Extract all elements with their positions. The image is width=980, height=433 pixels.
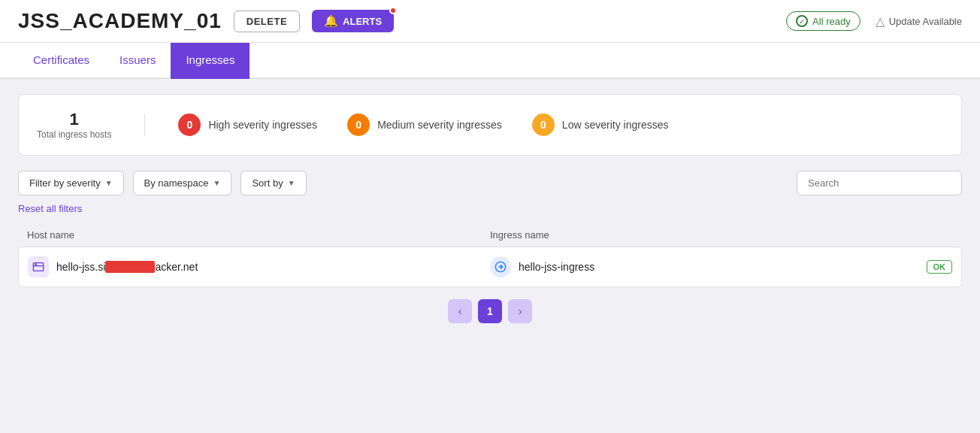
search-input[interactable] xyxy=(797,171,962,195)
ingress-cell: hello-jss-ingress OK xyxy=(490,256,952,277)
host-name: hello-jss.si acker.net xyxy=(56,261,198,273)
check-circle-icon: ✓ xyxy=(796,15,808,27)
low-severity-badge: 0 xyxy=(532,114,555,136)
ingress-name: hello-jss-ingress xyxy=(519,261,594,273)
total-label: Total ingress hosts xyxy=(37,129,111,140)
bell-icon: 🔔 xyxy=(324,14,338,28)
high-severity-item: 0 High severity ingresses xyxy=(178,114,317,136)
pagination: ‹ 1 › xyxy=(18,299,962,323)
divider xyxy=(144,114,145,136)
filters-row: Filter by severity ▼ By namespace ▼ Sort… xyxy=(18,171,962,195)
alert-badge xyxy=(389,7,397,14)
host-icon xyxy=(28,256,49,277)
medium-severity-badge: 0 xyxy=(347,114,370,136)
host-cell: hello-jss.si acker.net xyxy=(28,256,490,277)
next-page-button[interactable]: › xyxy=(508,299,532,323)
update-available-status: △ Update Available xyxy=(876,14,962,29)
chevron-down-icon: ▼ xyxy=(105,179,113,187)
stats-card: 1 Total ingress hosts 0 High severity in… xyxy=(18,94,962,156)
triangle-icon: △ xyxy=(876,14,885,29)
low-severity-item: 0 Low severity ingresses xyxy=(532,114,669,136)
tabs-bar: Certificates Issuers Ingresses xyxy=(0,43,980,79)
medium-severity-item: 0 Medium severity ingresses xyxy=(347,114,502,136)
stats-row: 1 Total ingress hosts 0 High severity in… xyxy=(37,110,943,140)
medium-severity-label: Medium severity ingresses xyxy=(377,119,502,131)
main-content: 1 Total ingress hosts 0 High severity in… xyxy=(0,79,980,338)
filter-by-severity-button[interactable]: Filter by severity ▼ xyxy=(18,171,124,195)
col-ingress-name: Ingress name xyxy=(490,229,953,241)
sort-by-button[interactable]: Sort by ▼ xyxy=(240,171,306,195)
all-ready-label: All ready xyxy=(812,16,851,27)
app-title: JSS_ACADEMY_01 xyxy=(18,9,222,33)
alerts-button[interactable]: 🔔 ALERTS xyxy=(312,10,394,32)
reset-filters-link[interactable]: Reset all filters xyxy=(18,203,82,214)
filter-severity-label: Filter by severity xyxy=(29,177,101,189)
page-1-button[interactable]: 1 xyxy=(478,299,502,323)
prev-page-button[interactable]: ‹ xyxy=(448,299,472,323)
ok-badge: OK xyxy=(927,260,953,274)
tab-ingresses[interactable]: Ingresses xyxy=(171,43,250,79)
by-namespace-button[interactable]: By namespace ▼ xyxy=(133,171,232,195)
update-available-label: Update Available xyxy=(889,16,962,27)
ingress-icon xyxy=(490,256,511,277)
high-severity-label: High severity ingresses xyxy=(208,119,317,131)
svg-point-2 xyxy=(35,264,36,265)
col-host-name: Host name xyxy=(27,229,490,241)
header: JSS_ACADEMY_01 DELETE 🔔 ALERTS ✓ All rea… xyxy=(0,0,980,43)
host-prefix: hello-jss.si xyxy=(56,261,105,273)
low-severity-label: Low severity ingresses xyxy=(562,119,669,131)
total-ingress-hosts: 1 Total ingress hosts xyxy=(37,110,111,140)
total-count: 1 xyxy=(37,110,111,129)
namespace-label: By namespace xyxy=(144,177,209,189)
tab-certificates[interactable]: Certificates xyxy=(18,43,104,79)
tab-issuers[interactable]: Issuers xyxy=(104,43,171,79)
chevron-down-icon: ▼ xyxy=(213,179,221,187)
sort-by-label: Sort by xyxy=(252,177,283,189)
svg-rect-0 xyxy=(33,263,43,271)
header-status-area: ✓ All ready △ Update Available xyxy=(786,11,962,31)
host-redacted xyxy=(105,261,155,273)
chevron-down-icon: ▼ xyxy=(288,179,295,187)
table-header: Host name Ingress name xyxy=(18,223,962,247)
host-suffix: acker.net xyxy=(155,261,198,273)
high-severity-badge: 0 xyxy=(178,114,201,136)
table-row: hello-jss.si acker.net hello-jss-ingress… xyxy=(18,247,962,287)
all-ready-status: ✓ All ready xyxy=(786,11,861,31)
delete-button[interactable]: DELETE xyxy=(234,11,300,32)
alerts-label: ALERTS xyxy=(343,16,382,27)
